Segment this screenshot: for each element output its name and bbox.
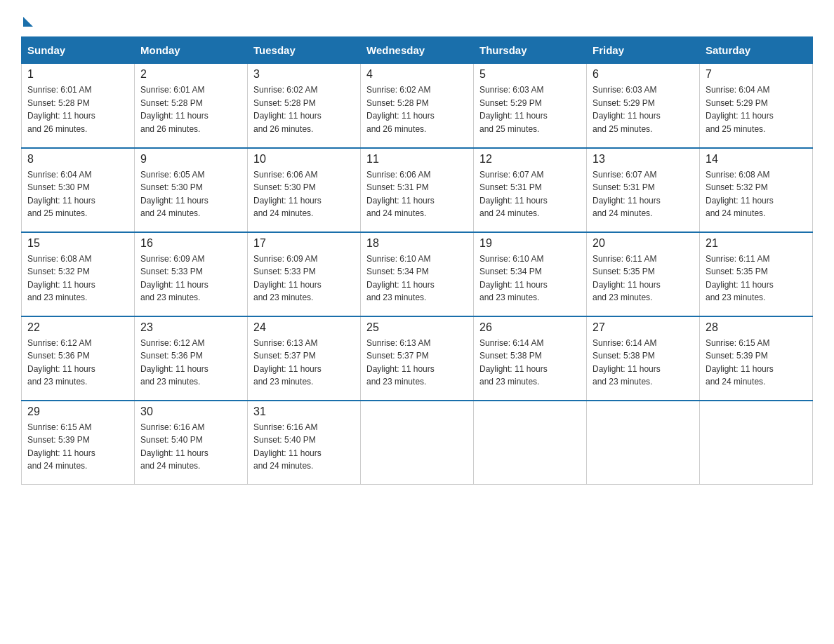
day-info: Sunrise: 6:01 AM Sunset: 5:28 PM Dayligh… (140, 83, 241, 135)
calendar-day-cell: 15 Sunrise: 6:08 AM Sunset: 5:32 PM Dayl… (22, 232, 135, 316)
day-info: Sunrise: 6:14 AM Sunset: 5:38 PM Dayligh… (479, 337, 581, 389)
day-number: 5 (479, 68, 581, 81)
day-number: 3 (253, 68, 355, 81)
day-number: 21 (706, 237, 807, 250)
day-info: Sunrise: 6:13 AM Sunset: 5:37 PM Dayligh… (366, 337, 468, 389)
logo-triangle-icon (23, 17, 33, 27)
day-number: 15 (27, 237, 128, 250)
day-number: 31 (253, 405, 355, 418)
calendar-day-cell: 6 Sunrise: 6:03 AM Sunset: 5:29 PM Dayli… (587, 64, 700, 148)
day-number: 4 (366, 68, 468, 81)
day-info: Sunrise: 6:13 AM Sunset: 5:37 PM Dayligh… (253, 337, 355, 389)
day-info: Sunrise: 6:10 AM Sunset: 5:34 PM Dayligh… (479, 253, 581, 304)
day-info: Sunrise: 6:04 AM Sunset: 5:29 PM Dayligh… (706, 83, 807, 135)
weekday-header-row: SundayMondayTuesdayWednesdayThursdayFrid… (22, 37, 813, 64)
day-number: 30 (140, 405, 241, 418)
day-info: Sunrise: 6:11 AM Sunset: 5:35 PM Dayligh… (593, 253, 694, 304)
day-info: Sunrise: 6:03 AM Sunset: 5:29 PM Dayligh… (479, 83, 581, 135)
day-number: 25 (366, 321, 468, 334)
weekday-header-wednesday: Wednesday (361, 37, 474, 64)
day-number: 27 (593, 321, 694, 334)
day-number: 20 (593, 237, 694, 250)
calendar-day-cell: 25 Sunrise: 6:13 AM Sunset: 5:37 PM Dayl… (361, 316, 474, 401)
calendar-day-cell: 5 Sunrise: 6:03 AM Sunset: 5:29 PM Dayli… (474, 64, 587, 148)
day-number: 13 (593, 153, 694, 166)
calendar-week-row: 15 Sunrise: 6:08 AM Sunset: 5:32 PM Dayl… (22, 232, 813, 316)
calendar-day-cell: 10 Sunrise: 6:06 AM Sunset: 5:30 PM Dayl… (248, 148, 361, 232)
calendar-day-cell: 27 Sunrise: 6:14 AM Sunset: 5:38 PM Dayl… (587, 316, 700, 401)
day-info: Sunrise: 6:02 AM Sunset: 5:28 PM Dayligh… (366, 83, 468, 135)
calendar-week-row: 8 Sunrise: 6:04 AM Sunset: 5:30 PM Dayli… (22, 148, 813, 232)
day-info: Sunrise: 6:09 AM Sunset: 5:33 PM Dayligh… (140, 253, 241, 304)
day-number: 16 (140, 237, 241, 250)
day-number: 8 (27, 153, 128, 166)
weekday-header-tuesday: Tuesday (248, 37, 361, 64)
calendar-day-cell: 20 Sunrise: 6:11 AM Sunset: 5:35 PM Dayl… (587, 232, 700, 316)
calendar-day-cell: 19 Sunrise: 6:10 AM Sunset: 5:34 PM Dayl… (474, 232, 587, 316)
calendar-day-cell: 26 Sunrise: 6:14 AM Sunset: 5:38 PM Dayl… (474, 316, 587, 401)
day-number: 11 (366, 153, 468, 166)
day-info: Sunrise: 6:07 AM Sunset: 5:31 PM Dayligh… (593, 168, 694, 220)
calendar-day-cell (361, 401, 474, 485)
day-number: 9 (140, 153, 241, 166)
day-info: Sunrise: 6:14 AM Sunset: 5:38 PM Dayligh… (593, 337, 694, 389)
calendar-day-cell: 31 Sunrise: 6:16 AM Sunset: 5:40 PM Dayl… (248, 401, 361, 485)
day-number: 26 (479, 321, 581, 334)
day-info: Sunrise: 6:03 AM Sunset: 5:29 PM Dayligh… (593, 83, 694, 135)
calendar-day-cell: 29 Sunrise: 6:15 AM Sunset: 5:39 PM Dayl… (22, 401, 135, 485)
day-info: Sunrise: 6:01 AM Sunset: 5:28 PM Dayligh… (27, 83, 128, 135)
calendar-day-cell: 7 Sunrise: 6:04 AM Sunset: 5:29 PM Dayli… (700, 64, 813, 148)
calendar-day-cell: 16 Sunrise: 6:09 AM Sunset: 5:33 PM Dayl… (135, 232, 248, 316)
page-header (21, 14, 813, 24)
day-number: 10 (253, 153, 355, 166)
day-number: 18 (366, 237, 468, 250)
day-number: 24 (253, 321, 355, 334)
weekday-header-sunday: Sunday (22, 37, 135, 64)
day-info: Sunrise: 6:06 AM Sunset: 5:31 PM Dayligh… (366, 168, 468, 220)
day-info: Sunrise: 6:05 AM Sunset: 5:30 PM Dayligh… (140, 168, 241, 220)
calendar-day-cell: 18 Sunrise: 6:10 AM Sunset: 5:34 PM Dayl… (361, 232, 474, 316)
calendar-week-row: 29 Sunrise: 6:15 AM Sunset: 5:39 PM Dayl… (22, 401, 813, 485)
calendar-week-row: 22 Sunrise: 6:12 AM Sunset: 5:36 PM Dayl… (22, 316, 813, 401)
day-info: Sunrise: 6:12 AM Sunset: 5:36 PM Dayligh… (140, 337, 241, 389)
day-info: Sunrise: 6:12 AM Sunset: 5:36 PM Dayligh… (27, 337, 128, 389)
calendar-day-cell (587, 401, 700, 485)
day-number: 28 (706, 321, 807, 334)
day-info: Sunrise: 6:15 AM Sunset: 5:39 PM Dayligh… (27, 421, 128, 473)
day-info: Sunrise: 6:08 AM Sunset: 5:32 PM Dayligh… (706, 168, 807, 220)
calendar-day-cell: 1 Sunrise: 6:01 AM Sunset: 5:28 PM Dayli… (22, 64, 135, 148)
calendar-day-cell: 30 Sunrise: 6:16 AM Sunset: 5:40 PM Dayl… (135, 401, 248, 485)
day-number: 29 (27, 405, 128, 418)
day-number: 6 (593, 68, 694, 81)
weekday-header-friday: Friday (587, 37, 700, 64)
calendar-table: SundayMondayTuesdayWednesdayThursdayFrid… (21, 36, 813, 485)
day-info: Sunrise: 6:06 AM Sunset: 5:30 PM Dayligh… (253, 168, 355, 220)
calendar-day-cell: 4 Sunrise: 6:02 AM Sunset: 5:28 PM Dayli… (361, 64, 474, 148)
calendar-day-cell: 21 Sunrise: 6:11 AM Sunset: 5:35 PM Dayl… (700, 232, 813, 316)
calendar-day-cell: 12 Sunrise: 6:07 AM Sunset: 5:31 PM Dayl… (474, 148, 587, 232)
day-number: 7 (706, 68, 807, 81)
day-info: Sunrise: 6:04 AM Sunset: 5:30 PM Dayligh… (27, 168, 128, 220)
day-info: Sunrise: 6:02 AM Sunset: 5:28 PM Dayligh… (253, 83, 355, 135)
day-number: 1 (27, 68, 128, 81)
day-info: Sunrise: 6:16 AM Sunset: 5:40 PM Dayligh… (140, 421, 241, 473)
weekday-header-saturday: Saturday (700, 37, 813, 64)
day-info: Sunrise: 6:16 AM Sunset: 5:40 PM Dayligh… (253, 421, 355, 473)
day-number: 17 (253, 237, 355, 250)
day-info: Sunrise: 6:09 AM Sunset: 5:33 PM Dayligh… (253, 253, 355, 304)
day-info: Sunrise: 6:10 AM Sunset: 5:34 PM Dayligh… (366, 253, 468, 304)
calendar-day-cell: 23 Sunrise: 6:12 AM Sunset: 5:36 PM Dayl… (135, 316, 248, 401)
day-number: 22 (27, 321, 128, 334)
day-number: 23 (140, 321, 241, 334)
calendar-day-cell: 3 Sunrise: 6:02 AM Sunset: 5:28 PM Dayli… (248, 64, 361, 148)
calendar-day-cell: 11 Sunrise: 6:06 AM Sunset: 5:31 PM Dayl… (361, 148, 474, 232)
calendar-week-row: 1 Sunrise: 6:01 AM Sunset: 5:28 PM Dayli… (22, 64, 813, 148)
day-info: Sunrise: 6:07 AM Sunset: 5:31 PM Dayligh… (479, 168, 581, 220)
calendar-day-cell: 14 Sunrise: 6:08 AM Sunset: 5:32 PM Dayl… (700, 148, 813, 232)
day-number: 2 (140, 68, 241, 81)
day-info: Sunrise: 6:11 AM Sunset: 5:35 PM Dayligh… (706, 253, 807, 304)
calendar-day-cell: 8 Sunrise: 6:04 AM Sunset: 5:30 PM Dayli… (22, 148, 135, 232)
day-number: 19 (479, 237, 581, 250)
logo (21, 14, 33, 24)
calendar-day-cell (700, 401, 813, 485)
